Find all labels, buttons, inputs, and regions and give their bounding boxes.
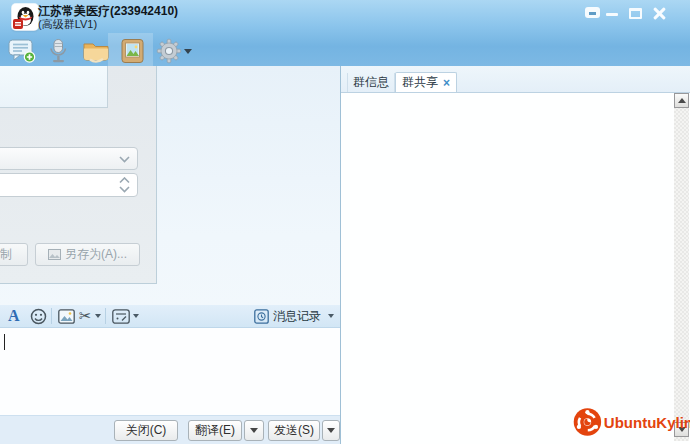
dialog-dropdown[interactable] <box>0 147 138 170</box>
text-caret <box>4 334 5 350</box>
send-options-button[interactable] <box>322 420 340 441</box>
close-window-button[interactable] <box>652 6 667 21</box>
translate-options-button[interactable] <box>244 420 264 441</box>
scroll-up-button[interactable] <box>674 93 689 108</box>
screenshot-button[interactable]: ✂ <box>79 305 101 327</box>
minimize-button[interactable] <box>606 13 618 16</box>
overlapping-dialog: 制 另存为(A)... <box>0 66 157 284</box>
editor-toolbar: A ✂ <box>0 305 340 328</box>
toolbar-separator <box>51 308 52 324</box>
settings-dropdown-arrow[interactable] <box>184 49 192 54</box>
ubuntukylin-logo-icon <box>573 402 602 442</box>
history-label: 消息记录 <box>273 308 321 325</box>
dropdown-arrow-icon <box>250 428 258 433</box>
qq-penguin-icon <box>12 4 38 30</box>
group-avatar[interactable] <box>12 4 38 30</box>
toolbar-separator <box>105 308 106 324</box>
tray-icon <box>589 12 596 15</box>
image-file-icon <box>48 249 61 260</box>
chevron-down-icon <box>119 186 130 193</box>
dialog-spinner-field[interactable] <box>0 173 138 197</box>
group-side-panel: 群信息 群共享 × <box>341 66 690 444</box>
close-chat-button[interactable]: 关闭(C) <box>114 420 178 441</box>
file-share-button[interactable] <box>82 38 110 64</box>
group-level: (高级群LV1) <box>38 17 97 32</box>
group-share-content <box>341 93 690 444</box>
qq-chat-window: 江苏常美医疗(233942410) (高级群LV1) <box>0 0 690 444</box>
history-dropdown-arrow <box>328 314 334 318</box>
dialog-preview-box <box>0 66 108 108</box>
save-as-label: 另存为(A)... <box>65 246 127 263</box>
microphone-icon <box>46 38 70 64</box>
partial-button-label: 制 <box>0 246 12 263</box>
send-button[interactable]: 发送(S) <box>268 420 320 441</box>
gear-icon <box>156 38 182 64</box>
chat-window-icon <box>112 309 130 324</box>
message-input[interactable] <box>0 328 340 415</box>
tab-group-share[interactable]: 群共享 × <box>395 72 457 92</box>
footer-bar: 关闭(C) 翻译(E) 发送(S) <box>0 415 340 444</box>
message-dropdown-arrow <box>133 314 139 318</box>
translate-button[interactable]: 翻译(E) <box>188 420 242 441</box>
tab-strip: 群信息 群共享 × <box>341 66 690 93</box>
scrollbar-track[interactable] <box>674 93 689 441</box>
create-discussion-button[interactable] <box>8 38 36 64</box>
photo-album-button[interactable] <box>120 38 148 64</box>
settings-button[interactable] <box>156 38 184 64</box>
titlebar[interactable]: 江苏常美医疗(233942410) (高级群LV1) <box>0 0 690 66</box>
ubuntukylin-watermark: UbuntuKylin <box>573 401 690 443</box>
font-style-button[interactable]: A <box>8 305 20 327</box>
save-as-button[interactable]: 另存为(A)... <box>35 243 140 266</box>
dropdown-arrow-icon <box>327 428 335 433</box>
screenshot-dropdown-arrow <box>95 314 101 318</box>
scissors-icon: ✂ <box>79 306 92 326</box>
minimize-to-tray-button[interactable] <box>585 7 600 18</box>
message-window-button[interactable] <box>112 305 139 327</box>
ubuntukylin-label: UbuntuKylin <box>604 414 690 431</box>
smiley-icon <box>30 308 47 325</box>
arrow-up-icon <box>678 98 686 103</box>
image-icon <box>58 309 75 324</box>
dialog-partial-button[interactable]: 制 <box>0 243 28 266</box>
tab-group-info[interactable]: 群信息 <box>347 73 395 92</box>
folder-share-icon <box>82 38 110 64</box>
album-icon <box>120 38 146 64</box>
voice-call-button[interactable] <box>46 38 74 64</box>
chevron-up-icon <box>119 177 130 184</box>
send-image-button[interactable] <box>58 305 75 327</box>
chevron-down-icon <box>119 156 130 163</box>
maximize-button[interactable] <box>629 8 642 19</box>
history-clock-icon <box>254 309 269 324</box>
emoji-button[interactable] <box>30 305 47 327</box>
chat-add-icon <box>8 38 36 64</box>
tab-close-icon[interactable]: × <box>443 77 450 89</box>
message-history-button[interactable]: 消息记录 <box>254 305 334 327</box>
